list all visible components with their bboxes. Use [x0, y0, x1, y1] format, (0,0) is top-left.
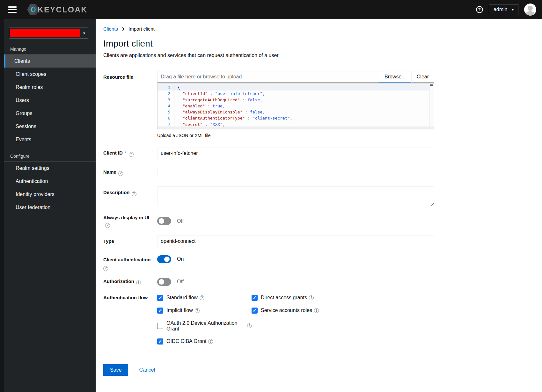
client-auth-toggle[interactable] — [157, 255, 171, 263]
code-line[interactable]: 1{ — [157, 84, 429, 91]
client-auth-help-icon[interactable]: ? — [103, 266, 108, 271]
sidebar-item-user-federation[interactable]: User federation — [4, 201, 96, 214]
nav-section-title-configure: Configure — [0, 146, 96, 161]
always-display-state: Off — [177, 218, 184, 224]
keycloak-logo: KEYCLOAK — [27, 4, 87, 16]
avatar-person-icon — [528, 6, 533, 11]
sidebar-item-clients[interactable]: Clients — [4, 54, 96, 68]
description-textarea[interactable] — [157, 186, 434, 206]
checkbox-checked[interactable]: ✓ — [252, 308, 258, 314]
authorization-help-icon[interactable]: ? — [136, 280, 141, 285]
flow-option-label: Direct access grants — [261, 295, 307, 301]
sidebar-item-realm-settings[interactable]: Realm settings — [4, 162, 96, 175]
type-label: Type — [103, 238, 157, 244]
sidebar-item-groups[interactable]: Groups — [4, 107, 96, 120]
flow-option-help-icon[interactable]: ? — [208, 339, 213, 344]
code-line[interactable]: 2 "clientId" : "user-info-fetcher", — [157, 91, 429, 97]
code-text: "enabled" : true, — [174, 103, 225, 109]
flow-option-oauth-2-0-device-authorization-grant: OAuth 2.0 Device Authorization Grant? — [157, 320, 252, 332]
authorization-label: Authorization? — [103, 278, 157, 285]
code-line[interactable]: 6 "clientAuthenticatorType" : "client-se… — [157, 115, 429, 121]
file-upload-input[interactable] — [157, 71, 379, 83]
code-line[interactable]: 5 "alwaysDisplayInConsole" : false, — [157, 109, 429, 115]
flow-option-oidc-ciba-grant: ✓OIDC CIBA Grant? — [157, 338, 252, 345]
editor-horizontal-scrollbar[interactable] — [157, 127, 434, 129]
code-text: "alwaysDisplayInConsole" : false, — [174, 109, 265, 115]
checkbox-checked[interactable]: ✓ — [252, 295, 258, 301]
sidebar-item-identity-providers[interactable]: Identity providers — [4, 188, 96, 201]
auth-flow-options: ✓Standard flow?✓Direct access grants?✓Im… — [157, 294, 434, 345]
flow-option-label: Standard flow — [166, 295, 198, 301]
always-display-help-icon[interactable]: ? — [105, 223, 110, 228]
client-id-help-icon[interactable]: ? — [129, 152, 134, 157]
authorization-toggle[interactable] — [157, 278, 171, 286]
code-text: "clientAuthenticatorType" : "client-secr… — [174, 115, 292, 121]
name-help-icon[interactable]: ? — [118, 171, 123, 176]
sidebar-item-sessions[interactable]: Sessions — [4, 120, 96, 133]
masthead: KEYCLOAK ? admin ▾ — [0, 0, 542, 19]
flow-option-help-icon[interactable]: ? — [314, 308, 319, 313]
code-text: "surrogateAuthRequired" : false, — [174, 97, 262, 103]
file-upload-group: Browse... Clear — [157, 71, 434, 83]
client-id-input[interactable] — [157, 148, 434, 159]
cancel-link[interactable]: Cancel — [139, 367, 155, 373]
sidebar-item-users[interactable]: Users — [4, 94, 96, 107]
flow-option-help-icon[interactable]: ? — [200, 295, 204, 300]
checkbox-unchecked[interactable] — [157, 323, 163, 329]
line-number: 5 — [157, 109, 174, 115]
code-editor[interactable]: 1{2 "clientId" : "user-info-fetcher",3 "… — [157, 83, 434, 129]
flow-option-help-icon[interactable]: ? — [247, 323, 252, 328]
user-menu-label: admin — [494, 7, 508, 12]
sidebar-item-events[interactable]: Events — [4, 133, 96, 146]
description-help-icon[interactable]: ? — [132, 192, 136, 196]
code-line[interactable]: 4 "enabled" : true, — [157, 103, 429, 109]
checkbox-checked[interactable]: ✓ — [157, 295, 163, 301]
save-button[interactable]: Save — [103, 364, 128, 376]
breadcrumb: Clients ❯ Import client — [103, 26, 542, 32]
sidebar-item-authentication[interactable]: Authentication — [4, 175, 96, 188]
sidebar-item-client-scopes[interactable]: Client scopes — [4, 68, 96, 81]
flow-option-implicit-flow: ✓Implicit flow? — [157, 308, 252, 314]
always-display-toggle[interactable] — [157, 217, 171, 225]
flow-option-help-icon[interactable]: ? — [309, 295, 314, 300]
code-text: "clientId" : "user-info-fetcher", — [174, 91, 265, 97]
flow-option-label: Service accounts roles — [261, 308, 312, 313]
checkbox-checked[interactable]: ✓ — [157, 308, 163, 314]
chevron-down-icon: ▾ — [83, 31, 85, 35]
type-input[interactable] — [157, 236, 434, 247]
flow-option-standard-flow: ✓Standard flow? — [157, 295, 252, 301]
line-number: 4 — [157, 103, 174, 109]
sidebar-scroll-strip — [0, 19, 4, 392]
editor-scrollbar-thumb[interactable] — [430, 84, 433, 86]
brand-text: KEYCLOAK — [38, 5, 87, 14]
sidebar-item-realm-roles[interactable]: Realm roles — [4, 81, 96, 94]
client-auth-state: On — [177, 256, 184, 262]
code-line[interactable]: 7 "secret" : "XXX", — [157, 121, 429, 127]
page-title: Import client — [103, 39, 542, 49]
nav-section-title-manage: Manage — [0, 39, 96, 54]
resource-file-label: Resource file — [103, 71, 157, 80]
client-auth-label: Client authentication? — [103, 255, 157, 271]
flow-option-help-icon[interactable]: ? — [195, 308, 200, 313]
code-line[interactable]: 3 "surrogateAuthRequired" : false, — [157, 97, 429, 103]
realm-selector-dropdown[interactable]: ▾ — [9, 27, 88, 39]
line-number: 7 — [157, 121, 174, 127]
checkbox-checked[interactable]: ✓ — [157, 338, 163, 345]
browse-button[interactable]: Browse... — [379, 71, 411, 83]
client-id-label: Client ID*? — [103, 150, 157, 157]
breadcrumb-separator-icon: ❯ — [122, 27, 125, 31]
always-display-label: Always display in UI? — [103, 214, 157, 228]
name-input[interactable] — [157, 167, 434, 178]
form-actions: Save Cancel — [103, 364, 434, 376]
avatar[interactable] — [524, 4, 536, 16]
chevron-down-icon: ▾ — [512, 8, 514, 12]
hamburger-menu-icon[interactable] — [8, 6, 17, 13]
help-icon[interactable]: ? — [476, 6, 483, 13]
line-number: 1 — [157, 84, 174, 91]
user-menu-dropdown[interactable]: admin ▾ — [489, 4, 518, 15]
breadcrumb-clients-link[interactable]: Clients — [103, 26, 118, 32]
editor-vertical-scrollbar[interactable] — [429, 84, 434, 127]
code-text: "secret" : "XXX", — [174, 121, 225, 127]
code-editor-content[interactable]: 1{2 "clientId" : "user-info-fetcher",3 "… — [157, 84, 429, 127]
clear-button[interactable]: Clear — [411, 71, 434, 83]
